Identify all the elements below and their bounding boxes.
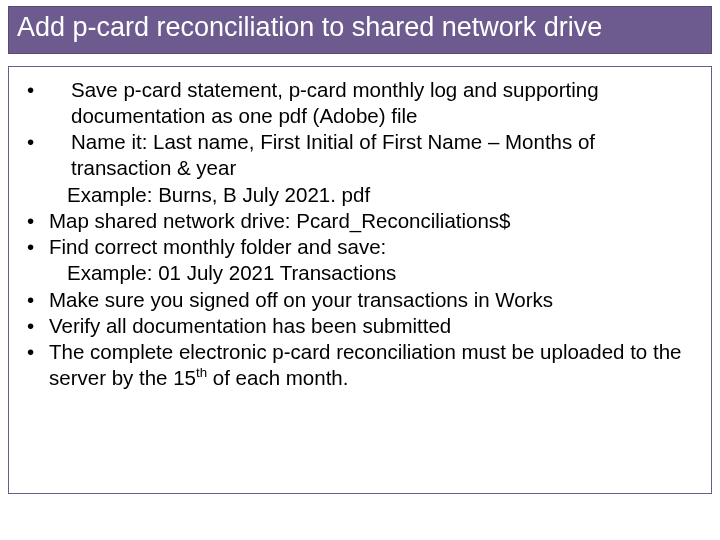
bullet-text: Find correct monthly folder and save: (49, 234, 693, 260)
bullet-item: •Map shared network drive: Pcard_Reconci… (23, 208, 693, 234)
content-panel: •Save p-card statement, p-card monthly l… (8, 66, 712, 494)
bullet-item: •Save p-card statement, p-card monthly l… (23, 77, 693, 129)
bullet-dot: • (23, 287, 49, 313)
bullet-item: •Name it: Last name, First Initial of Fi… (23, 129, 693, 181)
bullet-sub-example: Example: Burns, B July 2021. pdf (23, 182, 693, 208)
bullet-text: Name it: Last name, First Initial of Fir… (49, 129, 693, 181)
bullet-dot: • (23, 313, 49, 339)
bullet-dot: • (23, 208, 49, 234)
bullet-text: Save p-card statement, p-card monthly lo… (49, 77, 693, 129)
slide-title: Add p-card reconciliation to shared netw… (17, 13, 703, 43)
bullet-text: Verify all documentation has been submit… (49, 313, 693, 339)
bullet-item: •Find correct monthly folder and save: (23, 234, 693, 260)
title-banner: Add p-card reconciliation to shared netw… (8, 6, 712, 54)
bullet-text: The complete electronic p-card reconcili… (49, 339, 693, 391)
bullet-dot: • (23, 234, 49, 260)
bullet-text: Make sure you signed off on your transac… (49, 287, 693, 313)
bullet-text: Map shared network drive: Pcard_Reconcil… (49, 208, 693, 234)
bullet-item: •Make sure you signed off on your transa… (23, 287, 693, 313)
bullet-dot: • (23, 77, 49, 103)
bullet-dot: • (23, 339, 49, 365)
bullet-item: •Verify all documentation has been submi… (23, 313, 693, 339)
bullet-sub-example: Example: 01 July 2021 Transactions (23, 260, 693, 286)
bullet-dot: • (23, 129, 49, 155)
bullet-item: •The complete electronic p-card reconcil… (23, 339, 693, 391)
